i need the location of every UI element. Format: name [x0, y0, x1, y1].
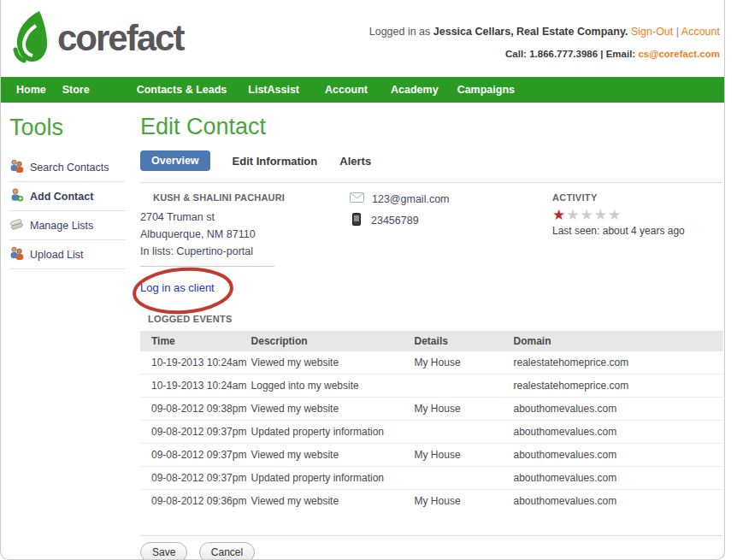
- nav-item-contacts-leads[interactable]: Contacts & Leads: [137, 77, 227, 103]
- app-window: corefact Logged in as Jessica Cellars, R…: [0, 0, 725, 560]
- table-row: 09-08-2012 09:36pm Viewed my website My …: [140, 490, 723, 513]
- event-description: Updated property information: [251, 421, 415, 444]
- header-account-area: Logged in as Jessica Cellars, Real Estat…: [369, 26, 720, 59]
- corefact-logo[interactable]: corefact: [13, 10, 183, 67]
- event-details: My House: [415, 351, 514, 374]
- event-description: Viewed my website: [251, 490, 415, 513]
- logged-in-prefix: Logged in as: [369, 26, 433, 38]
- logged-in-user: Jessica Cellars, Real Estate Company.: [433, 26, 628, 38]
- address-line-2: Albuquerque, NM 87110: [140, 226, 350, 243]
- nav-item-store[interactable]: Store: [62, 77, 90, 103]
- tab-overview[interactable]: Overview: [140, 150, 210, 171]
- column-header-details: Details: [415, 331, 514, 351]
- sidebar-item-label: Add Contact: [30, 191, 93, 203]
- event-domain: abouthomevalues.com: [513, 421, 723, 444]
- event-description: Viewed my website: [251, 351, 415, 374]
- event-domain: abouthomevalues.com: [513, 398, 723, 421]
- contact-name: KUSH & SHALINI PACHAURI: [140, 192, 350, 203]
- event-description: Viewed my website: [251, 398, 415, 421]
- star-icon: ★: [566, 207, 580, 223]
- nav-item-campaigns[interactable]: Campaigns: [457, 77, 515, 103]
- event-description: Logged into my website: [251, 374, 415, 398]
- sign-out-link[interactable]: Sign-Out: [631, 26, 673, 38]
- tab-alerts[interactable]: Alerts: [339, 155, 371, 168]
- event-domain: realestatehomeprice.com: [513, 351, 723, 374]
- contact-channels-column: 123@gmail.com 23456789: [350, 192, 552, 295]
- event-time: 09-08-2012 09:37pm: [140, 421, 251, 444]
- column-header-description: Description: [251, 331, 415, 351]
- sidebar-item-add-contact[interactable]: Add Contact: [9, 182, 126, 211]
- star-icon: ★: [608, 207, 622, 223]
- sidebar-item-search-contacts[interactable]: Search Contacts: [9, 153, 126, 182]
- event-time: 09-08-2012 09:37pm: [140, 467, 251, 490]
- form-footer: Save Cancel: [140, 535, 723, 560]
- phone-icon: [352, 213, 361, 228]
- activity-rating: ★★★★★: [552, 207, 723, 224]
- event-time: 09-08-2012 09:36pm: [140, 490, 251, 513]
- event-time: 10-19-2013 10:24am: [140, 351, 251, 374]
- column-header-time: Time: [140, 331, 251, 351]
- event-details: [415, 374, 514, 398]
- logo-wordmark: corefact: [57, 18, 183, 59]
- main-navbar: Home Store Contacts & Leads ListAssist A…: [1, 77, 724, 103]
- star-icon: ★: [581, 207, 594, 223]
- account-link[interactable]: Account: [681, 26, 720, 38]
- tab-bar: Overview Edit Information Alerts: [140, 150, 723, 183]
- event-domain: abouthomevalues.com: [513, 467, 723, 490]
- table-row: 09-08-2012 09:37pm Updated property info…: [140, 421, 723, 444]
- leaf-logo-icon: [13, 10, 52, 67]
- table-row: 09-08-2012 09:37pm Updated property info…: [140, 467, 723, 490]
- nav-item-account[interactable]: Account: [325, 77, 368, 103]
- contact-support-line: Call: 1.866.777.3986 | Email: cs@corefac…: [369, 49, 720, 59]
- event-details: My House: [415, 444, 514, 467]
- table-row: 09-08-2012 09:38pm Viewed my website My …: [140, 398, 723, 421]
- people-icon: [9, 159, 24, 175]
- cancel-button[interactable]: Cancel: [199, 542, 255, 560]
- event-domain: abouthomevalues.com: [513, 444, 723, 467]
- event-details: [415, 467, 514, 490]
- event-domain: realestatehomeprice.com: [513, 374, 723, 398]
- call-email-prefix: Call: 1.866.777.3986 | Email:: [505, 49, 638, 59]
- header: corefact Logged in as Jessica Cellars, R…: [1, 0, 724, 77]
- sidebar-item-label: Manage Lists: [30, 220, 93, 232]
- contact-summary: KUSH & SHALINI PACHAURI 2704 Truman st A…: [140, 192, 723, 295]
- sidebar-item-label: Upload List: [30, 249, 84, 261]
- email-row: 123@gmail.com: [350, 192, 552, 205]
- support-email-link[interactable]: cs@corefact.com: [638, 49, 720, 59]
- event-details: [415, 421, 514, 444]
- contact-lists: In lists: Cupertino-portal: [140, 243, 350, 260]
- logged-in-line: Logged in as Jessica Cellars, Real Estat…: [369, 26, 720, 38]
- contact-email: 123@gmail.com: [372, 193, 450, 205]
- main-content: Edit Contact Overview Edit Information A…: [140, 103, 723, 560]
- nav-item-academy[interactable]: Academy: [391, 77, 439, 103]
- last-seen-text: Last seen: about 4 years ago: [552, 225, 723, 237]
- star-icon: ★: [594, 207, 608, 223]
- event-domain: abouthomevalues.com: [513, 490, 723, 513]
- event-details: My House: [415, 398, 514, 421]
- save-button[interactable]: Save: [140, 542, 187, 560]
- contact-phone: 23456789: [371, 215, 419, 227]
- logged-events-table: Time Description Details Domain 10-19-20…: [140, 331, 723, 512]
- address-line-1: 2704 Truman st: [140, 209, 350, 226]
- header-separator: |: [676, 26, 679, 38]
- event-time: 10-19-2013 10:24am: [140, 374, 251, 398]
- event-description: Viewed my website: [251, 444, 415, 467]
- activity-column: ACTIVITY ★★★★★ Last seen: about 4 years …: [552, 192, 723, 295]
- contact-info-column: KUSH & SHALINI PACHAURI 2704 Truman st A…: [140, 192, 350, 295]
- mail-icon: [350, 192, 364, 205]
- sidebar-item-manage-lists[interactable]: Manage Lists: [9, 211, 126, 240]
- table-row: 10-19-2013 10:24am Viewed my website My …: [140, 351, 723, 374]
- sidebar-title: Tools: [9, 115, 129, 141]
- table-row: 10-19-2013 10:24am Logged into my websit…: [140, 374, 723, 398]
- login-as-client-area: Log in as client: [140, 280, 215, 295]
- sidebar-item-upload-list[interactable]: Upload List: [9, 240, 126, 269]
- tab-edit-information[interactable]: Edit Information: [233, 155, 318, 168]
- people-icon: [9, 246, 24, 262]
- star-icon: ★: [552, 207, 566, 223]
- nav-item-home[interactable]: Home: [16, 77, 46, 103]
- event-time: 09-08-2012 09:37pm: [140, 444, 251, 467]
- nav-item-listassist[interactable]: ListAssist: [248, 77, 299, 103]
- page-title: Edit Contact: [140, 114, 723, 140]
- login-as-client-link[interactable]: Log in as client: [140, 281, 215, 294]
- lists-icon: [9, 217, 24, 233]
